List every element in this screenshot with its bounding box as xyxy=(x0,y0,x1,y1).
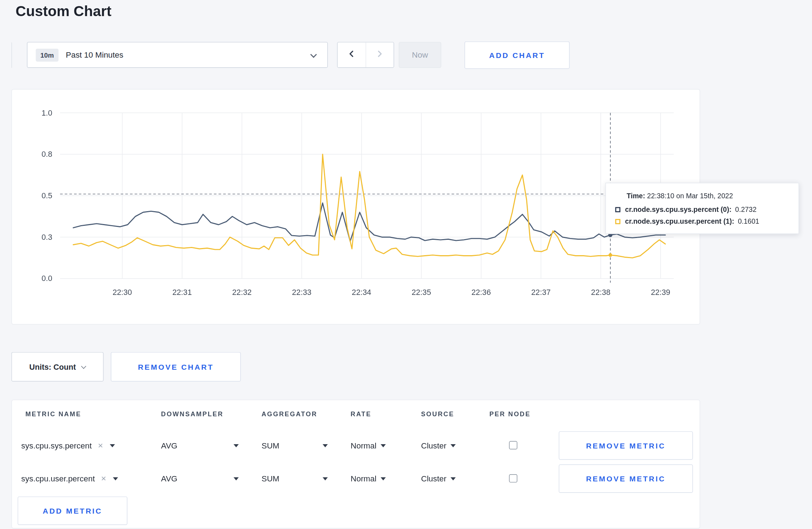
tooltip-series-label: cr.node.sys.cpu.sys.percent (0): xyxy=(625,205,731,213)
svg-text:1.0: 1.0 xyxy=(42,108,52,117)
svg-text:22:33: 22:33 xyxy=(292,288,311,297)
metric-select[interactable]: sys.cpu.user.percent × xyxy=(21,464,118,493)
svg-text:22:37: 22:37 xyxy=(531,288,551,297)
time-range-badge: 10m xyxy=(36,48,59,61)
svg-text:22:34: 22:34 xyxy=(352,288,371,297)
toolbar-divider xyxy=(11,43,12,68)
source-value: Cluster xyxy=(421,474,446,483)
tooltip-swatch xyxy=(615,219,620,224)
chart-tooltip: Time: 22:38:10 on Mar 15th, 2022 cr.node… xyxy=(605,183,799,234)
rate-value: Normal xyxy=(351,441,376,450)
chevron-down-icon xyxy=(310,51,317,58)
now-button[interactable]: Now xyxy=(399,42,441,68)
svg-text:22:39: 22:39 xyxy=(651,288,670,297)
tooltip-series-value: 0.1601 xyxy=(738,218,759,225)
rate-value: Normal xyxy=(351,474,376,483)
metrics-table: METRIC NAME DOWNSAMPLER AGGREGATOR RATE … xyxy=(11,400,700,529)
custom-chart-page: Custom Chart 10m Past 10 Minutes Now ADD… xyxy=(0,0,812,529)
source-select[interactable]: Cluster xyxy=(421,431,456,460)
svg-text:22:35: 22:35 xyxy=(412,288,431,297)
chevron-left-icon xyxy=(347,50,356,60)
svg-text:22:31: 22:31 xyxy=(172,288,192,297)
chart-controls-row: Units: Count REMOVE CHART xyxy=(0,352,812,382)
caret-down-icon xyxy=(233,477,238,480)
next-range-button[interactable] xyxy=(365,43,393,67)
caret-down-icon xyxy=(451,477,456,480)
caret-down-icon xyxy=(113,477,118,480)
caret-down-icon xyxy=(323,477,328,480)
downsampler-value: AVG xyxy=(161,441,178,450)
header-rate: RATE xyxy=(351,411,371,418)
page-title: Custom Chart xyxy=(15,3,111,20)
rate-select[interactable]: Normal xyxy=(351,464,386,493)
add-metric-button[interactable]: ADD METRIC xyxy=(18,496,127,525)
source-value: Cluster xyxy=(421,441,446,450)
header-aggregator: AGGREGATOR xyxy=(261,411,317,418)
remove-metric-button[interactable]: REMOVE METRIC xyxy=(559,431,693,460)
metric-name: sys.cpu.user.percent xyxy=(21,474,95,483)
svg-text:22:36: 22:36 xyxy=(472,288,491,297)
header-downsampler: DOWNSAMPLER xyxy=(161,411,223,418)
header-source: SOURCE xyxy=(421,411,454,418)
svg-text:0.0: 0.0 xyxy=(42,274,52,283)
metric-select[interactable]: sys.cpu.sys.percent × xyxy=(21,431,115,460)
tooltip-swatch xyxy=(615,207,620,212)
toolbar: 10m Past 10 Minutes Now ADD CHART xyxy=(0,42,812,69)
source-select[interactable]: Cluster xyxy=(421,464,456,493)
svg-text:0.3: 0.3 xyxy=(42,233,52,242)
svg-text:0.5: 0.5 xyxy=(42,191,52,200)
header-metric-name: METRIC NAME xyxy=(25,411,81,418)
svg-text:22:38: 22:38 xyxy=(591,288,610,297)
caret-down-icon xyxy=(451,444,456,447)
caret-down-icon xyxy=(323,444,328,447)
chart-canvas[interactable]: 0.00.30.50.81.022:3022:3122:3222:3322:34… xyxy=(12,89,701,325)
header-per-node: PER NODE xyxy=(489,411,531,418)
svg-text:22:30: 22:30 xyxy=(112,288,132,297)
prev-range-button[interactable] xyxy=(338,43,365,67)
aggregator-value: SUM xyxy=(261,441,279,450)
caret-down-icon xyxy=(381,477,386,480)
units-label: Units: Count xyxy=(29,363,76,372)
chevron-down-icon xyxy=(81,363,86,368)
tooltip-time-row: Time: 22:38:10 on Mar 15th, 2022 xyxy=(627,192,789,200)
remove-chart-button[interactable]: REMOVE CHART xyxy=(111,352,241,382)
aggregator-value: SUM xyxy=(261,474,279,483)
svg-text:22:32: 22:32 xyxy=(232,288,252,297)
svg-text:0.8: 0.8 xyxy=(42,150,52,159)
remove-metric-button[interactable]: REMOVE METRIC xyxy=(559,464,693,493)
rate-select[interactable]: Normal xyxy=(351,431,386,460)
caret-down-icon xyxy=(233,444,238,447)
tooltip-series-row: cr.node.sys.cpu.user.percent (1): 0.1601 xyxy=(615,218,789,225)
chart-card: 0.00.30.50.81.022:3022:3122:3222:3322:34… xyxy=(11,89,700,325)
tooltip-series-label: cr.node.sys.cpu.user.percent (1): xyxy=(625,218,734,225)
add-chart-button[interactable]: ADD CHART xyxy=(464,42,570,69)
downsampler-select[interactable]: AVG xyxy=(161,431,239,460)
downsampler-value: AVG xyxy=(161,474,178,483)
tooltip-time-value: 22:38:10 on Mar 15th, 2022 xyxy=(647,192,733,200)
caret-down-icon xyxy=(381,444,386,447)
per-node-checkbox[interactable] xyxy=(509,474,517,482)
aggregator-select[interactable]: SUM xyxy=(261,431,328,460)
chevron-right-icon xyxy=(376,50,384,60)
units-select[interactable]: Units: Count xyxy=(11,352,103,382)
clear-metric-icon[interactable]: × xyxy=(101,474,106,484)
tooltip-time-label: Time: xyxy=(627,192,645,200)
time-nav-group xyxy=(337,42,394,68)
tooltip-series-row: cr.node.sys.cpu.sys.percent (0): 0.2732 xyxy=(615,205,789,213)
caret-down-icon xyxy=(110,444,115,447)
time-range-label: Past 10 Minutes xyxy=(66,50,124,59)
tooltip-series-value: 0.2732 xyxy=(735,205,757,213)
clear-metric-icon[interactable]: × xyxy=(98,440,103,451)
metric-name: sys.cpu.sys.percent xyxy=(21,441,92,450)
aggregator-select[interactable]: SUM xyxy=(261,464,328,493)
downsampler-select[interactable]: AVG xyxy=(161,464,239,493)
per-node-checkbox[interactable] xyxy=(509,441,517,449)
time-range-select[interactable]: 10m Past 10 Minutes xyxy=(27,42,328,68)
